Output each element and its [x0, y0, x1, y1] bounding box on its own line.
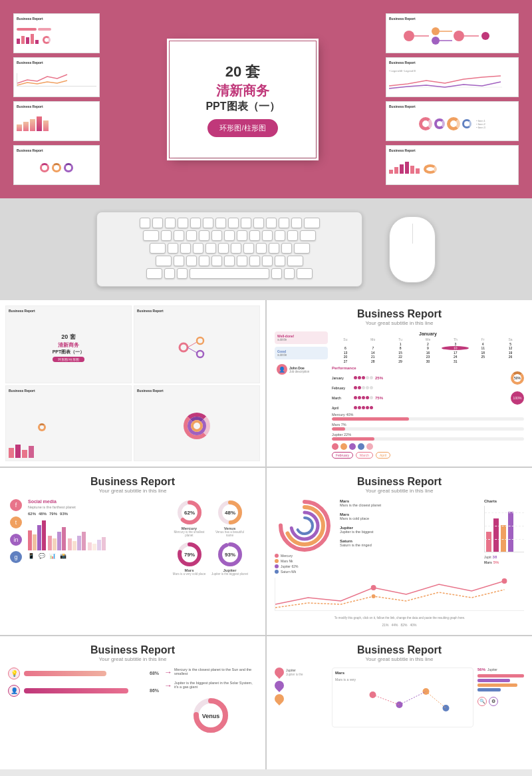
right-thumbnails: Business Report Business Report	[386, 13, 519, 185]
svg-line-11	[188, 342, 197, 347]
slide-hbars-subtitle: Your great subtitle in this line	[8, 656, 257, 662]
key	[256, 243, 267, 254]
small-donut: Venus	[164, 695, 257, 735]
key	[168, 243, 178, 254]
thumb-1[interactable]: Business Report	[13, 13, 100, 53]
key	[231, 243, 241, 254]
key	[180, 243, 191, 254]
key	[241, 218, 251, 228]
right-thumb-2-title: Business Report	[389, 61, 515, 65]
key	[224, 256, 235, 266]
svg-point-6	[454, 31, 464, 41]
slide-social-subtitle: Your great subtitle in this line	[8, 488, 257, 494]
slide-rings-title: Business Report	[275, 476, 524, 488]
right-thumb-4-content	[389, 154, 515, 182]
key	[211, 230, 222, 241]
donut-mars: 79% Mars Mars is a very cold place	[171, 541, 207, 576]
svg-line-43	[426, 691, 446, 708]
key-shift-l	[156, 256, 172, 266]
thumb-4-content	[17, 154, 96, 182]
key	[190, 218, 201, 228]
search-icon: 🔍	[477, 697, 487, 706]
keyboard-row-1	[102, 218, 356, 228]
svg-point-0	[404, 31, 414, 41]
key	[228, 218, 239, 228]
key	[287, 230, 298, 241]
slide-scatter-subtitle: Your great subtitle in this line	[275, 656, 524, 662]
slide-hbars-title: Business Report	[8, 644, 257, 656]
right-thumb-2-content: • Legend A • Legend B	[389, 66, 515, 94]
key-tab	[143, 230, 159, 241]
svg-point-14	[197, 351, 203, 357]
main-slide: 20 套 清新商务 PPT图表（一） 环形图/柱形图	[170, 41, 316, 158]
key	[205, 243, 216, 254]
location-1: JupiterJupiter is the	[275, 668, 328, 677]
key	[178, 218, 188, 228]
right-thumb-4[interactable]: Business Report	[386, 145, 519, 185]
svg-text:93%: 93%	[224, 552, 235, 558]
thumb-4[interactable]: Business Report	[13, 145, 100, 185]
right-thumb-1-content	[389, 22, 515, 50]
keyboard-row-2	[102, 230, 356, 241]
right-thumb-3[interactable]: Business Report • Item 1• Item 2• Item 3	[386, 101, 519, 141]
key	[224, 230, 235, 241]
keyboard-section	[0, 198, 532, 300]
slide-social-card: Business Report Your great subtitle in t…	[0, 468, 265, 635]
key	[199, 230, 209, 241]
key-shift-r	[287, 256, 303, 266]
right-thumb-2[interactable]: Business Report • Legend A • Legend B	[386, 57, 519, 97]
profile-box-2: Good subtitle	[275, 347, 328, 359]
key	[177, 268, 188, 279]
svg-text:Venus: Venus	[202, 713, 220, 719]
key	[253, 218, 264, 228]
arrow-item-1: → Mercury is the closest planet to the S…	[164, 668, 257, 677]
key	[271, 268, 282, 279]
key	[266, 218, 277, 228]
slide-scatter-title: Business Report	[275, 644, 524, 656]
key	[237, 230, 247, 241]
slide-title-cn: 清新商务	[216, 82, 269, 100]
center-main: 20 套 清新商务 PPT图表（一） 环形图/柱形图	[106, 13, 379, 185]
key	[161, 230, 172, 241]
donut-mercury: 62% Mercury Mercury is the smallest plan…	[171, 499, 207, 537]
svg-point-32	[502, 578, 507, 584]
key	[237, 256, 247, 266]
mouse-scroll-wheel	[412, 224, 413, 244]
slide-profile-title: Business Report	[275, 308, 524, 320]
slide-profile-card: Business Report Your great subtitle in t…	[267, 300, 532, 467]
slide-preview-grid: Business Report 20 套 清新商务 PPT图表（一） 环形图/柱…	[0, 300, 265, 467]
key	[211, 256, 222, 266]
key	[291, 218, 302, 228]
key	[249, 256, 260, 266]
thumb-3[interactable]: Business Report	[13, 101, 100, 141]
location-3	[275, 694, 328, 703]
svg-point-8	[481, 32, 489, 40]
right-thumb-1[interactable]: Business Report	[386, 13, 519, 53]
key	[275, 256, 285, 266]
key	[193, 243, 203, 254]
sub-thumb-4: Business Report	[134, 385, 260, 461]
sub-thumb-2: Business Report	[134, 305, 260, 383]
svg-point-30	[297, 518, 313, 534]
key-enter	[294, 243, 310, 254]
key	[174, 256, 184, 266]
key	[199, 256, 209, 266]
map-chart	[335, 681, 470, 721]
icon-social-4: g	[10, 551, 22, 563]
sub-thumb-1: Business Report 20 套 清新商务 PPT图表（一） 环形图/柱…	[5, 305, 132, 383]
thumb-2-content	[17, 66, 96, 94]
keyboard	[96, 212, 362, 287]
slide-profile-subtitle: Your great subtitle in this line	[275, 320, 524, 326]
slide-rings-subtitle: Your great subtitle in this line	[275, 488, 524, 494]
bottom-grid: Business Report 20 套 清新商务 PPT图表（一） 环形图/柱…	[0, 300, 532, 769]
pct-1: 56% Jupiter	[477, 668, 524, 672]
key	[243, 243, 254, 254]
svg-point-12	[197, 337, 203, 344]
svg-line-42	[400, 691, 426, 705]
svg-point-31	[371, 585, 376, 590]
key	[215, 218, 226, 228]
icon-social-2: t	[10, 516, 22, 528]
thumb-3-content	[17, 110, 96, 138]
thumb-2[interactable]: Business Report	[13, 57, 100, 97]
key	[279, 218, 289, 228]
